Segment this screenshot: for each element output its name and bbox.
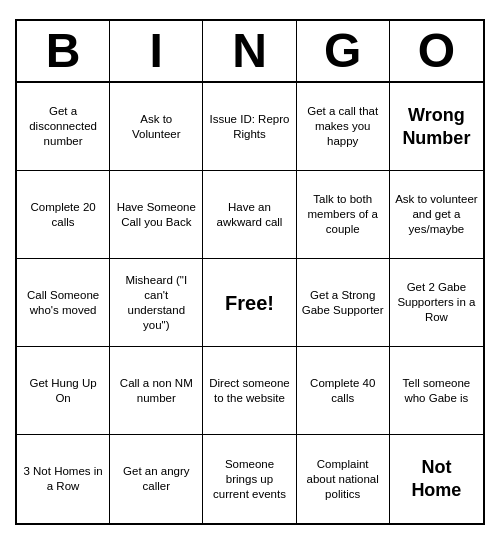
- bingo-cell-12[interactable]: Free!: [203, 259, 296, 347]
- bingo-cell-19[interactable]: Tell someone who Gabe is: [390, 347, 483, 435]
- bingo-cell-13[interactable]: Get a Strong Gabe Supporter: [297, 259, 390, 347]
- bingo-cell-0[interactable]: Get a disconnected number: [17, 83, 110, 171]
- bingo-letter-b: B: [17, 21, 110, 82]
- bingo-cell-20[interactable]: 3 Not Homes in a Row: [17, 435, 110, 523]
- bingo-cell-8[interactable]: Talk to both members of a couple: [297, 171, 390, 259]
- bingo-cell-16[interactable]: Call a non NM number: [110, 347, 203, 435]
- bingo-letter-g: G: [297, 21, 390, 82]
- bingo-cell-9[interactable]: Ask to volunteer and get a yes/maybe: [390, 171, 483, 259]
- bingo-cell-17[interactable]: Direct someone to the website: [203, 347, 296, 435]
- bingo-letter-o: O: [390, 21, 483, 82]
- bingo-cell-5[interactable]: Complete 20 calls: [17, 171, 110, 259]
- bingo-cell-10[interactable]: Call Someone who's moved: [17, 259, 110, 347]
- bingo-cell-23[interactable]: Complaint about national politics: [297, 435, 390, 523]
- bingo-cell-18[interactable]: Complete 40 calls: [297, 347, 390, 435]
- bingo-card: BINGO Get a disconnected numberAsk to Vo…: [15, 19, 485, 526]
- bingo-cell-22[interactable]: Someone brings up current events: [203, 435, 296, 523]
- bingo-cell-1[interactable]: Ask to Volunteer: [110, 83, 203, 171]
- bingo-cell-15[interactable]: Get Hung Up On: [17, 347, 110, 435]
- bingo-cell-3[interactable]: Get a call that makes you happy: [297, 83, 390, 171]
- bingo-letter-i: I: [110, 21, 203, 82]
- bingo-cell-24[interactable]: Not Home: [390, 435, 483, 523]
- bingo-grid: Get a disconnected numberAsk to Voluntee…: [17, 83, 483, 523]
- bingo-cell-2[interactable]: Issue ID: Repro Rights: [203, 83, 296, 171]
- bingo-letter-n: N: [203, 21, 296, 82]
- bingo-cell-14[interactable]: Get 2 Gabe Supporters in a Row: [390, 259, 483, 347]
- bingo-cell-21[interactable]: Get an angry caller: [110, 435, 203, 523]
- bingo-header: BINGO: [17, 21, 483, 84]
- bingo-cell-6[interactable]: Have Someone Call you Back: [110, 171, 203, 259]
- bingo-cell-7[interactable]: Have an awkward call: [203, 171, 296, 259]
- bingo-cell-11[interactable]: Misheard ("I can't understand you"): [110, 259, 203, 347]
- bingo-cell-4[interactable]: Wrong Number: [390, 83, 483, 171]
